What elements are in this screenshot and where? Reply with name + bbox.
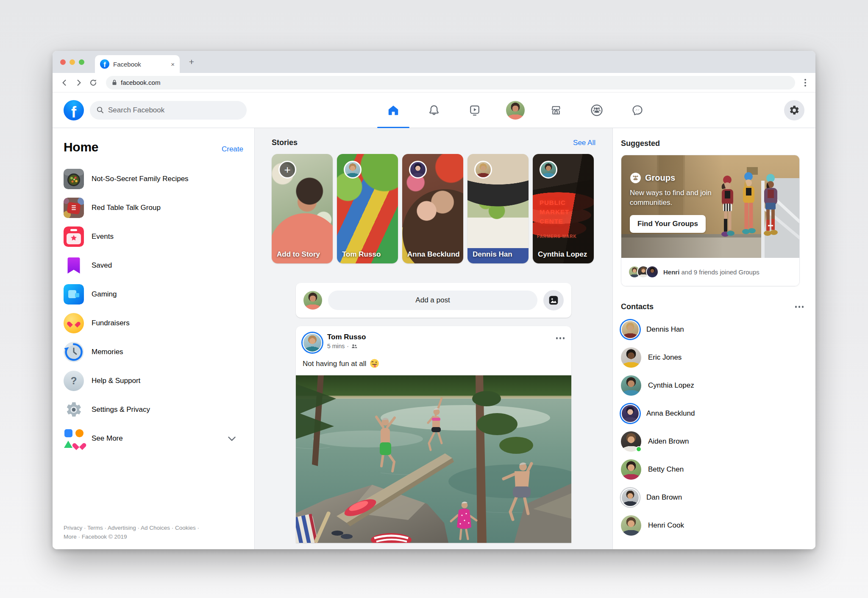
sidebar-item-saved[interactable]: Saved xyxy=(64,251,243,280)
contacts-options-menu[interactable] xyxy=(795,306,804,308)
reload-icon[interactable] xyxy=(87,77,99,89)
home-icon xyxy=(387,104,400,117)
post-author-avatar[interactable] xyxy=(303,333,322,352)
nav-messenger[interactable] xyxy=(617,92,658,128)
contact-row-aiden-brown[interactable]: Aiden Brown xyxy=(621,428,807,455)
browser-tab[interactable]: f Facebook × xyxy=(95,55,180,73)
profile-avatar xyxy=(506,101,525,120)
search-input[interactable]: Search Facebook xyxy=(90,101,247,120)
watch-icon xyxy=(468,104,481,117)
post-photo-lake-jumping[interactable] xyxy=(296,375,571,543)
story-card-add-to-story[interactable]: + Add to Story xyxy=(272,154,333,263)
sidebar-item-gaming[interactable]: Gaming xyxy=(64,280,243,309)
forward-icon[interactable] xyxy=(73,77,85,89)
browser-tab-bar: f Facebook × + xyxy=(53,51,815,73)
fundraisers-icon xyxy=(64,313,84,333)
sidebar-item-see-more[interactable]: See More xyxy=(64,424,243,453)
address-bar[interactable]: facebook.com xyxy=(106,76,795,89)
zoom-window-button[interactable] xyxy=(79,59,84,65)
groups-card-photo: Groups New ways to find and join communi… xyxy=(621,155,799,258)
back-icon[interactable] xyxy=(58,77,70,89)
sidebar-item-red-table-talk[interactable]: Red Table Talk Group xyxy=(64,193,243,222)
contact-avatar xyxy=(621,375,641,396)
top-navigation xyxy=(373,92,658,128)
page-settings-button[interactable] xyxy=(784,100,804,120)
nav-watch[interactable] xyxy=(454,92,495,128)
browser-window: f Facebook × + facebook.com f Search Fac… xyxy=(53,51,815,549)
stories-see-all-link[interactable]: See All xyxy=(573,139,595,147)
sidebar-item-memories[interactable]: Memories xyxy=(64,338,243,366)
minimize-window-button[interactable] xyxy=(70,59,75,65)
contact-name: Dennis Han xyxy=(646,325,684,334)
contact-row-cynthia-lopez[interactable]: Cynthia Lopez xyxy=(621,372,807,400)
facebook-logo[interactable]: f xyxy=(64,100,84,120)
facepile-avatar xyxy=(646,265,659,278)
nav-marketplace[interactable] xyxy=(536,92,576,128)
story-label: Tom Russo xyxy=(342,250,395,259)
tab-close-icon[interactable]: × xyxy=(171,61,175,68)
marketplace-icon xyxy=(550,104,562,117)
create-link[interactable]: Create xyxy=(222,145,243,154)
chevron-down-icon[interactable] xyxy=(226,433,237,444)
contact-row-henri-cook[interactable]: Henri Cook xyxy=(621,511,807,539)
gaming-icon xyxy=(64,284,84,305)
composer-avatar[interactable] xyxy=(303,291,322,310)
suggested-groups-card[interactable]: Groups New ways to find and join communi… xyxy=(621,155,800,286)
add-post-input[interactable]: Add a post xyxy=(328,291,537,310)
sidebar-item-recipes-group[interactable]: Not-So-Secret Family Recipes xyxy=(64,165,243,193)
post-options-menu[interactable] xyxy=(556,333,565,339)
story-card-dennis-han[interactable]: Dennis Han xyxy=(467,154,529,263)
contact-row-dan-brown[interactable]: Dan Brown xyxy=(621,483,807,511)
sidebar-item-label: Help & Support xyxy=(92,377,140,385)
groups-card-description: New ways to find and join communities. xyxy=(630,188,715,208)
sidebar-item-settings-privacy[interactable]: Settings & Privacy xyxy=(64,395,243,424)
recipes-photo-icon xyxy=(64,169,84,189)
settings-icon xyxy=(64,400,84,420)
messenger-icon xyxy=(631,104,644,117)
online-status-dot xyxy=(636,446,642,452)
nav-groups[interactable] xyxy=(576,92,617,128)
facebook-favicon: f xyxy=(100,59,109,69)
sidebar-item-label: Fundraisers xyxy=(92,319,130,327)
post-author-name[interactable]: Tom Russo xyxy=(327,333,366,341)
new-tab-button[interactable]: + xyxy=(186,57,197,67)
groups-card-footer: Henri and 9 friends joined Groups xyxy=(621,258,799,286)
window-controls xyxy=(60,59,84,65)
contact-row-betty-chen[interactable]: Betty Chen xyxy=(621,455,807,483)
photo-icon xyxy=(548,295,559,306)
contact-row-eric-jones[interactable]: Eric Jones xyxy=(621,344,807,372)
contact-name: Dan Brown xyxy=(646,493,682,502)
nav-home[interactable] xyxy=(373,92,414,128)
friends-audience-icon xyxy=(351,343,357,349)
sidebar-item-help-support[interactable]: ? Help & Support xyxy=(64,366,243,395)
tab-title: Facebook xyxy=(113,61,167,68)
find-your-groups-button[interactable]: Find Your Groups xyxy=(630,215,706,233)
story-card-cynthia-lopez[interactable]: PUBLICMARKETCENTE FARMERS MARK Cynthia L… xyxy=(533,154,594,263)
story-card-anna-becklund[interactable]: Anna Becklund xyxy=(402,154,463,263)
legal-footer-links[interactable]: Privacy · Terms · Advertising · Ad Choic… xyxy=(64,524,208,542)
contact-name: Anna Becklund xyxy=(646,409,695,418)
contact-row-dennis-han[interactable]: Dennis Han xyxy=(621,316,807,344)
nav-notifications[interactable] xyxy=(414,92,454,128)
sidebar-item-fundraisers[interactable]: Fundraisers xyxy=(64,309,243,338)
groups-card-title: Groups xyxy=(645,173,675,183)
contact-avatar xyxy=(621,404,640,423)
story-label: Dennis Han xyxy=(473,250,525,259)
suggested-title: Suggested xyxy=(621,139,807,148)
sidebar-item-label: Red Table Talk Group xyxy=(92,204,161,212)
story-card-tom-russo[interactable]: Tom Russo xyxy=(337,154,398,263)
close-window-button[interactable] xyxy=(60,59,66,65)
browser-menu-icon[interactable] xyxy=(801,79,810,87)
add-photo-button[interactable] xyxy=(543,290,564,310)
nav-profile[interactable] xyxy=(495,92,536,128)
feed-column: Stories See All + Add to Story Tom Russo… xyxy=(255,128,612,549)
story-label: Anna Becklund xyxy=(407,250,460,259)
contact-name: Eric Jones xyxy=(648,353,682,362)
contact-row-anna-becklund[interactable]: Anna Becklund xyxy=(621,400,807,428)
neon-sign-text: PUBLICMARKETCENTE xyxy=(540,198,569,226)
gear-icon xyxy=(789,105,800,116)
sidebar-item-events[interactable]: Events xyxy=(64,222,243,251)
lower-sign-text: FARMERS MARK xyxy=(537,234,577,240)
contact-avatar xyxy=(621,515,641,536)
contact-avatar xyxy=(621,459,641,480)
